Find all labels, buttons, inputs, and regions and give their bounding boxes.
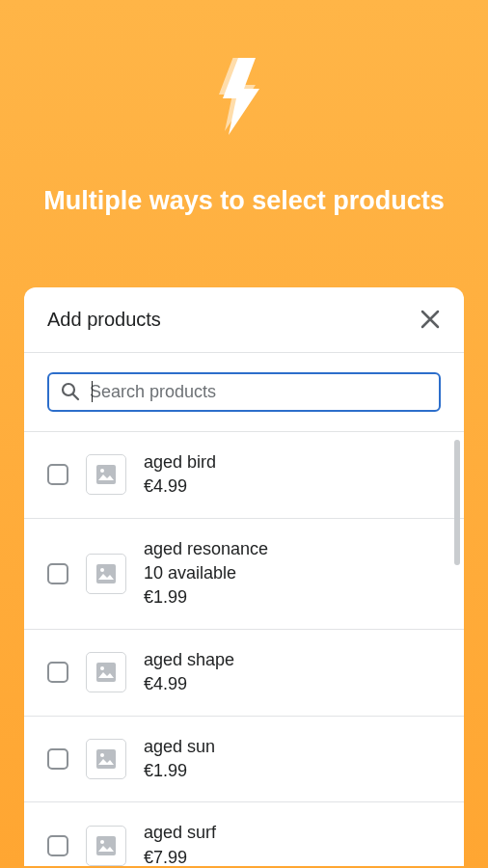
product-row[interactable]: aged shape €4.99 bbox=[24, 630, 464, 717]
product-row[interactable]: aged surf €7.99 bbox=[24, 802, 464, 865]
product-list: aged bird €4.99 aged resonance 10 availa… bbox=[24, 431, 464, 866]
text-caret bbox=[92, 381, 93, 402]
product-thumbnail bbox=[86, 652, 126, 692]
svg-rect-10 bbox=[96, 836, 116, 855]
image-placeholder-icon bbox=[95, 834, 118, 857]
product-checkbox[interactable] bbox=[47, 835, 68, 856]
product-thumbnail bbox=[86, 739, 126, 779]
product-availability: 10 available bbox=[144, 562, 268, 584]
svg-rect-6 bbox=[96, 663, 116, 682]
product-row[interactable]: aged resonance 10 available €1.99 bbox=[24, 519, 464, 630]
svg-point-11 bbox=[100, 840, 104, 844]
product-row[interactable]: aged bird €4.99 bbox=[24, 432, 464, 519]
add-products-modal: Add products bbox=[24, 287, 464, 866]
product-thumbnail bbox=[86, 554, 126, 594]
search-input[interactable] bbox=[90, 382, 427, 402]
image-placeholder-icon bbox=[95, 747, 118, 771]
svg-point-3 bbox=[100, 469, 104, 473]
product-checkbox[interactable] bbox=[47, 464, 68, 485]
product-price: €4.99 bbox=[144, 673, 234, 695]
product-name: aged shape bbox=[144, 649, 234, 671]
product-name: aged surf bbox=[144, 822, 216, 844]
product-price: €1.99 bbox=[144, 760, 215, 782]
product-name: aged resonance bbox=[144, 538, 268, 560]
close-button[interactable] bbox=[420, 309, 441, 330]
close-icon bbox=[420, 309, 441, 330]
product-price: €4.99 bbox=[144, 475, 216, 498]
svg-point-0 bbox=[63, 384, 74, 395]
product-row[interactable]: aged sun €1.99 bbox=[24, 717, 464, 803]
modal-title: Add products bbox=[47, 309, 161, 331]
search-icon bbox=[61, 382, 80, 401]
product-name: aged bird bbox=[144, 451, 216, 474]
image-placeholder-icon bbox=[95, 562, 118, 585]
product-checkbox[interactable] bbox=[47, 662, 68, 683]
svg-point-9 bbox=[100, 753, 104, 757]
product-name: aged sun bbox=[144, 736, 215, 758]
product-checkbox[interactable] bbox=[47, 748, 68, 770]
bolt-icon bbox=[215, 58, 273, 145]
svg-rect-2 bbox=[96, 465, 116, 484]
product-thumbnail bbox=[86, 454, 126, 495]
product-price: €1.99 bbox=[144, 586, 268, 609]
product-thumbnail bbox=[86, 826, 126, 866]
product-price: €7.99 bbox=[144, 847, 216, 866]
modal-header: Add products bbox=[24, 287, 464, 353]
svg-point-5 bbox=[100, 568, 104, 572]
svg-rect-8 bbox=[96, 749, 116, 769]
hero-title: Multiple ways to select products bbox=[0, 183, 488, 220]
image-placeholder-icon bbox=[95, 661, 118, 684]
scrollbar[interactable] bbox=[454, 440, 460, 565]
image-placeholder-icon bbox=[95, 463, 118, 486]
svg-rect-4 bbox=[96, 564, 116, 583]
svg-point-7 bbox=[100, 666, 104, 670]
svg-line-1 bbox=[73, 394, 78, 399]
product-checkbox[interactable] bbox=[47, 563, 68, 584]
search-field-wrapper[interactable] bbox=[47, 372, 441, 412]
